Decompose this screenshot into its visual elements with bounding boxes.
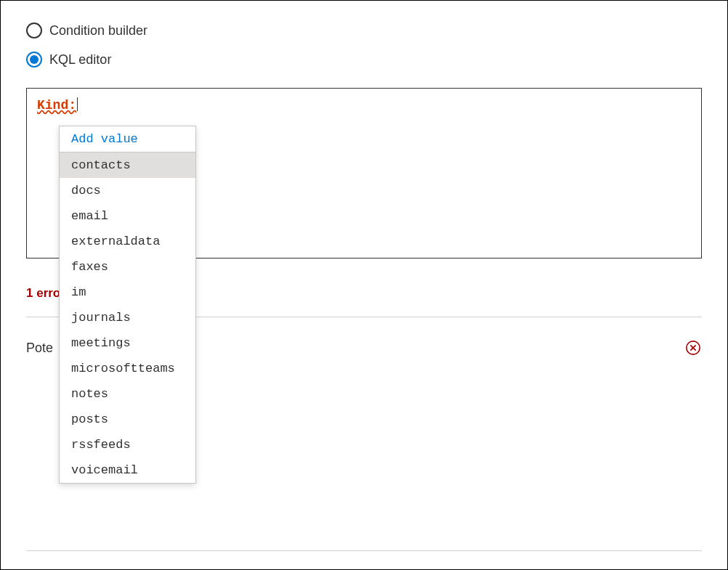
suggestion-header: Add value <box>60 126 195 152</box>
bottom-divider <box>26 550 702 551</box>
radio-dot-icon <box>30 55 39 64</box>
suggestion-item-journals[interactable]: journals <box>60 305 195 330</box>
suggestion-item-email[interactable]: email <box>60 203 195 229</box>
suggestion-item-notes[interactable]: notes <box>60 381 195 407</box>
suggestion-item-im[interactable]: im <box>60 280 195 305</box>
condition-builder-radio[interactable]: Condition builder <box>26 23 702 38</box>
close-circle-icon <box>685 340 701 356</box>
suggestion-item-contacts[interactable]: contacts <box>60 152 195 178</box>
suggestion-dropdown[interactable]: Add value contactsdocsemailexternaldataf… <box>59 126 196 484</box>
radio-icon <box>26 23 42 38</box>
condition-builder-label: Condition builder <box>49 23 147 38</box>
text-cursor-icon <box>77 97 78 111</box>
suggestion-item-faxes[interactable]: faxes <box>60 254 195 280</box>
suggestion-item-voicemail[interactable]: voicemail <box>60 457 195 483</box>
suggestion-item-docs[interactable]: docs <box>60 178 195 203</box>
suggestion-item-microsoftteams[interactable]: microsoftteams <box>60 356 195 381</box>
suggestion-item-rssfeeds[interactable]: rssfeeds <box>60 432 195 457</box>
suggestion-item-posts[interactable]: posts <box>60 407 195 432</box>
potential-label: Pote <box>26 341 53 356</box>
suggestion-item-externaldata[interactable]: externaldata <box>60 229 195 254</box>
editor-keyword-text: Kind: <box>37 98 76 113</box>
suggestion-item-meetings[interactable]: meetings <box>60 330 195 356</box>
close-button[interactable] <box>684 339 702 357</box>
radio-icon-selected <box>26 52 42 68</box>
kql-editor-radio[interactable]: KQL editor <box>26 52 702 68</box>
kql-editor-label: KQL editor <box>49 52 111 68</box>
